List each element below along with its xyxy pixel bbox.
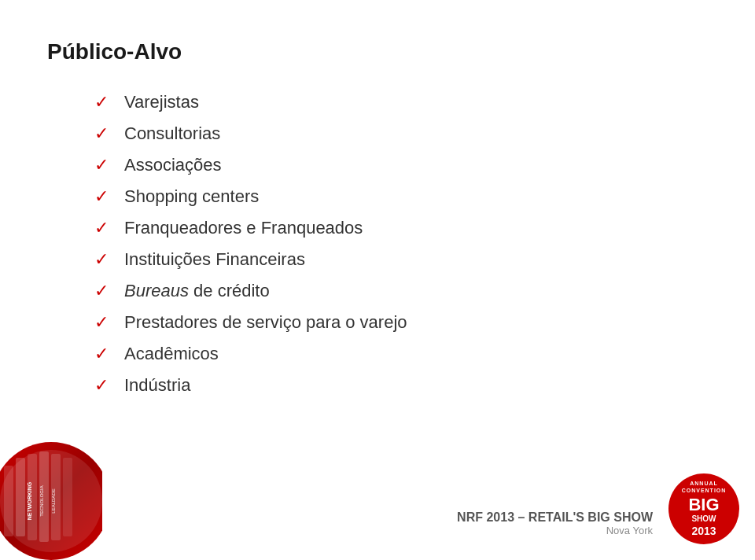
list-item: ✓Instituições Financeiras xyxy=(94,245,708,274)
item-text: Acadêmicos xyxy=(124,344,219,364)
check-icon: ✓ xyxy=(94,94,113,111)
list-item: ✓Bureaus de crédito xyxy=(94,277,708,305)
item-text: Instituições Financeiras xyxy=(124,249,305,270)
item-text: Indústria xyxy=(124,375,190,396)
networking-arc: NETWORKING TECNOLOGIA LEALDADE xyxy=(0,442,102,560)
badge-big-text: BIG xyxy=(668,496,739,514)
list-item: ✓Varejistas xyxy=(94,88,708,116)
list-item: ✓Prestadores de serviço para o varejo xyxy=(94,308,708,337)
check-icon: ✓ xyxy=(94,188,113,205)
item-text: Prestadores de serviço para o varejo xyxy=(124,312,407,333)
check-icon: ✓ xyxy=(94,157,113,174)
item-text: Franqueadores e Franqueados xyxy=(124,218,363,238)
side-logo-inner: NETWORKING TECNOLOGIA LEALDADE xyxy=(0,434,102,560)
item-text: Varejistas xyxy=(124,92,199,112)
check-icon: ✓ xyxy=(94,377,113,394)
item-text: Consultorias xyxy=(124,123,220,144)
list-item: ✓Franqueadores e Franqueados xyxy=(94,214,708,242)
check-icon: ✓ xyxy=(94,219,113,237)
check-icon: ✓ xyxy=(94,251,113,268)
check-icon: ✓ xyxy=(94,282,113,300)
nrf-label: NRF 2013 – RETAIL'S BIG SHOW xyxy=(457,510,653,525)
badge-year-text: 2013 xyxy=(668,524,739,538)
nova-york-label: Nova York xyxy=(457,525,653,536)
slide-container: Público-Alvo ✓Varejistas✓Consultorias✓As… xyxy=(0,0,755,560)
check-icon: ✓ xyxy=(94,314,113,331)
badge-annual: ANNUAL CONVENTION xyxy=(668,480,739,494)
list-item: ✓Acadêmicos xyxy=(94,340,708,368)
item-text: Shopping centers xyxy=(124,186,259,207)
list-item: ✓Associações xyxy=(94,151,708,179)
list-item: ✓Shopping centers xyxy=(94,182,708,211)
page-title: Público-Alvo xyxy=(47,39,708,64)
arc-lines xyxy=(0,450,102,552)
nrf-badge: ANNUAL CONVENTION BIG SHOW 2013 xyxy=(668,473,739,544)
side-logo: NETWORKING TECNOLOGIA LEALDADE xyxy=(0,434,102,560)
bottom-right-text: NRF 2013 – RETAIL'S BIG SHOW Nova York xyxy=(457,510,653,536)
check-icon: ✓ xyxy=(94,125,113,142)
check-icon: ✓ xyxy=(94,345,113,363)
badge-inner: ANNUAL CONVENTION BIG SHOW 2013 xyxy=(668,480,739,537)
badge-circle: ANNUAL CONVENTION BIG SHOW 2013 xyxy=(668,473,739,544)
item-text: Bureaus de crédito xyxy=(124,281,270,301)
badge-show-text: SHOW xyxy=(668,514,739,524)
list-item: ✓Consultorias xyxy=(94,120,708,148)
list-container: ✓Varejistas✓Consultorias✓Associações✓Sho… xyxy=(94,88,708,400)
item-text: Associações xyxy=(124,155,222,175)
list-item: ✓Indústria xyxy=(94,371,708,400)
